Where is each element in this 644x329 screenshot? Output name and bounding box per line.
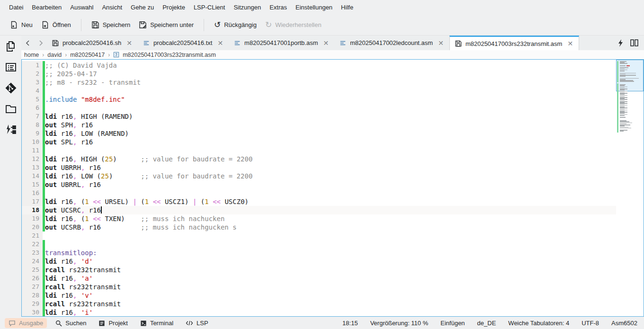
statusbar-info-de-de[interactable]: de_DE — [477, 320, 496, 327]
minimap-content — [620, 61, 643, 132]
minimap-scrollbar[interactable] — [616, 60, 644, 316]
code-line: 14ldi r16, LOW (25) ;; value for baudrat… — [22, 172, 616, 180]
breadcrumb-file-name[interactable]: m820250417003rs232transmit.asm — [123, 52, 216, 58]
open-button[interactable]: Öffnen — [37, 18, 75, 32]
line-number: 23 — [22, 249, 43, 257]
menu-bar: DateiBearbeitenAuswahlAnsichtGehe zuProj… — [0, 0, 644, 15]
breadcrumb-item-m820250417[interactable]: m820250417 — [70, 52, 105, 58]
tab-m820250417001portb-asm[interactable]: m820250417001portb.asm✕ — [229, 36, 334, 50]
sidebar-lsp-symbols-button[interactable] — [4, 123, 17, 136]
statusbar-panel-lsp[interactable]: LSP — [182, 318, 212, 328]
history-back-button[interactable] — [21, 36, 34, 50]
menu-extras[interactable]: Extras — [265, 1, 291, 13]
menu-hilfe[interactable]: Hilfe — [337, 1, 358, 13]
editor-view[interactable]: 1;; (C) David Vajda2;; 2025-04-173;; m8 … — [21, 59, 644, 317]
main-toolbar: Neu Öffnen Speichern Speichern unter ↺ R… — [0, 15, 644, 36]
code-text: out SPH, r16 — [45, 121, 616, 129]
code-line: 9ldi r16, LOW (RAMEND) — [22, 129, 616, 138]
menu-lsp-client[interactable]: LSP-CLient — [189, 1, 229, 13]
line-number: 6 — [22, 104, 43, 112]
statusbar-info-utf-8[interactable]: UTF-8 — [581, 320, 599, 327]
menu-bearbeiten[interactable]: Bearbeiten — [27, 1, 66, 13]
code-line: 18out UCSRC, r16 — [22, 206, 616, 214]
line-number: 22 — [22, 240, 43, 249]
split-view-icon[interactable] — [630, 39, 638, 46]
line-number: 10 — [22, 138, 43, 146]
new-button[interactable]: Neu — [6, 18, 37, 32]
statusbar-info-vergr-erung-110-[interactable]: Vergrößerung: 110 % — [370, 320, 429, 327]
lsp-tree-icon — [5, 124, 17, 136]
undo-button[interactable]: ↺ Rückgängig — [210, 18, 261, 31]
code-line: 17ldi r16, (1 << URSEL) | (1 << USCZ1) |… — [22, 197, 616, 206]
menu-sitzungen[interactable]: Sitzungen — [229, 1, 265, 13]
save-as-button[interactable]: Speichern unter — [134, 18, 198, 32]
code-line: 4 — [22, 87, 616, 95]
statusbar-panel-suchen[interactable]: Suchen — [52, 318, 90, 328]
panel-label: LSP — [197, 320, 208, 327]
line-number: 26 — [22, 274, 43, 283]
code-line: 19ldi r16, (1 << TXEN) ;; muss ich nachu… — [22, 214, 616, 223]
line-number: 15 — [22, 180, 43, 189]
redo-button[interactable]: ↻ Wiederherstellen — [261, 18, 326, 31]
code-text: ;; m8 - rs232 - transmit — [45, 78, 616, 87]
statusbar-panel-ausgabe[interactable]: Ausgabe — [5, 318, 47, 328]
tab-label: m820250417001portb.asm — [244, 39, 318, 46]
code-text: rcall rs232transmit — [45, 283, 616, 291]
code-text: out UBRRH, r16 — [45, 163, 616, 172]
sidebar-git-button[interactable] — [4, 81, 17, 94]
undo-button-label: Rückgängig — [224, 21, 257, 28]
code-text: ldi r16, LOW (25) ;; value for baudrate … — [45, 172, 616, 180]
code-text: ldi r16, HIGH (RAMEND) — [45, 112, 616, 121]
code-icon — [186, 320, 193, 326]
menu-einstellungen[interactable]: Einstellungen — [291, 1, 337, 13]
line-number: 25 — [22, 266, 43, 274]
menu-ansicht[interactable]: Ansicht — [98, 1, 126, 13]
toolbar-separator — [81, 19, 81, 31]
sidebar-symbols-button[interactable] — [4, 61, 17, 73]
left-sidebar — [0, 36, 21, 317]
quick-open-lightning-icon[interactable] — [617, 39, 624, 47]
line-number: 11 — [22, 146, 43, 155]
tab-probcalc20250416-txt[interactable]: probcalc20250416.txt✕ — [138, 36, 229, 50]
tab-close-icon[interactable]: ✕ — [567, 40, 573, 47]
statusbar-info-einf-gen[interactable]: Einfügen — [440, 320, 465, 327]
menu-auswahl[interactable]: Auswahl — [66, 1, 98, 13]
statusbar-info-asm6502[interactable]: Asm6502 — [611, 320, 637, 327]
symbols-list-icon — [5, 61, 17, 73]
line-number: 8 — [22, 121, 43, 129]
code-text: ldi r16, (1 << TXEN) ;; muss ich nachuck… — [45, 214, 616, 223]
tab-close-icon[interactable]: ✕ — [438, 39, 444, 47]
line-number: 3 — [22, 78, 43, 87]
statusbar-panel-terminal[interactable]: Terminal — [136, 318, 177, 328]
tab-close-icon[interactable]: ✕ — [323, 39, 330, 47]
breadcrumb-item-david[interactable]: david — [47, 52, 62, 58]
menu-gehe-zu[interactable]: Gehe zu — [126, 1, 158, 13]
tab-label: probcalc20250416.txt — [153, 39, 212, 46]
code-text: out UCSRC, r16 — [45, 206, 616, 214]
code-text: rcall rs232transmit — [45, 300, 616, 308]
save-button[interactable]: Speichern — [87, 18, 135, 32]
breadcrumb-separator: › — [65, 52, 67, 58]
history-forward-button[interactable] — [34, 36, 47, 50]
breadcrumb-item-home[interactable]: home — [24, 52, 39, 58]
tab-close-icon[interactable]: ✕ — [217, 39, 224, 47]
save-icon — [91, 21, 99, 29]
new-button-label: Neu — [21, 21, 33, 28]
sidebar-filesystem-button[interactable] — [4, 102, 17, 115]
statusbar-info-18-15[interactable]: 18:15 — [342, 320, 358, 327]
save-as-icon — [139, 21, 147, 29]
sidebar-documents-button[interactable] — [4, 40, 17, 53]
statusbar-info-weiche-tabulatoren-4[interactable]: Weiche Tabulatoren: 4 — [508, 320, 569, 327]
line-number: 13 — [22, 163, 43, 172]
tab-probcalc20250416-sh[interactable]: probcalc20250416.sh✕ — [47, 36, 138, 50]
statusbar-panel-projekt[interactable]: Projekt — [95, 318, 131, 328]
tab-m820250417003rs232transmit-asm[interactable]: m820250417003rs232transmit.asm✕ — [449, 36, 579, 50]
menu-datei[interactable]: Datei — [5, 1, 27, 13]
code-area[interactable]: 1;; (C) David Vajda2;; 2025-04-173;; m8 … — [22, 60, 616, 316]
open-document-icon — [41, 21, 49, 29]
tab-close-icon[interactable]: ✕ — [126, 39, 133, 47]
code-line: 27rcall rs232transmit — [22, 283, 616, 291]
tab-m820250417002ledcount-asm[interactable]: m820250417002ledcount.asm✕ — [334, 36, 449, 50]
menu-projekte[interactable]: Projekte — [158, 1, 189, 13]
code-line: 28ldi r16, 'v' — [22, 291, 616, 300]
